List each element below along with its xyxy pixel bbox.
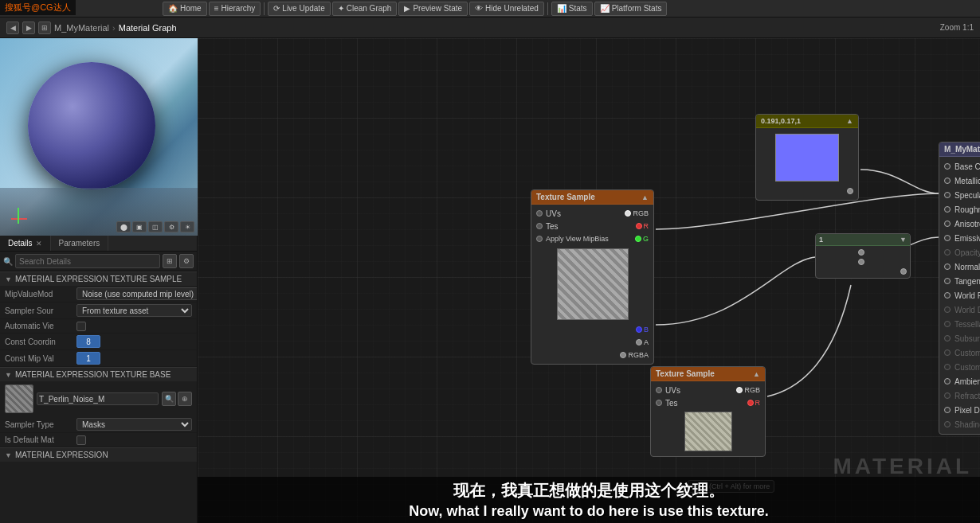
mat-label-opacity: Opacity (955, 248, 980, 257)
mat-dot-subsurface[interactable] (944, 335, 951, 342)
ts1-pin-tex-in[interactable] (536, 223, 543, 229)
preview-area[interactable]: ⬤ ▣ ◫ ⚙ ☀ (0, 38, 198, 236)
tab-details[interactable]: Details ✕ (0, 236, 51, 251)
view-options-icon[interactable]: ⊞ (163, 254, 177, 268)
multiply-pin-out[interactable] (900, 268, 907, 275)
texture-find-icon[interactable]: ⊕ (178, 392, 192, 406)
ts1-rgba-label: RGBA (628, 351, 649, 359)
toolbar-preview-state[interactable]: ▶ Preview State (398, 2, 468, 16)
ts1-pin-b-out[interactable] (636, 326, 642, 333)
mat-dot-specular[interactable] (944, 192, 951, 198)
preview-icon-lighting[interactable]: ☀ (180, 221, 194, 232)
texture-sample-2-collapse[interactable]: ▲ (753, 370, 760, 378)
toolbar-live-update[interactable]: ⟳ Live Update (268, 2, 330, 16)
mat-dot-ao[interactable] (944, 378, 951, 384)
ts1-pin-rgb-out[interactable] (625, 210, 631, 217)
texture-row: 🔍 ⊕ (0, 381, 197, 416)
ts1-row-a: A (531, 336, 653, 349)
prop-mip-dropdown[interactable]: Noise (use computed mip level) (76, 287, 197, 300)
section-material-expression[interactable]: ▼ MATERIAL EXPRESSION (0, 447, 197, 462)
prop-default-checkbox[interactable] (76, 435, 86, 445)
multiply-collapse[interactable]: ▼ (900, 236, 907, 244)
color-node-collapse[interactable]: ▲ (846, 117, 853, 125)
material-node-header: M_MyMaterial (939, 142, 980, 157)
preview-icon-sphere[interactable]: ⬤ (116, 221, 131, 232)
search-input[interactable] (15, 254, 160, 268)
multiply-node-header: 1 ▼ (816, 234, 910, 246)
grid-icon[interactable]: ⊞ (38, 21, 51, 34)
color-output-pin[interactable] (847, 188, 853, 194)
preview-background: ⬤ ▣ ◫ ⚙ ☀ (0, 38, 198, 236)
mat-dot-emissive[interactable] (944, 235, 951, 241)
toolbar-hide-unrelated[interactable]: 👁 Hide Unrelated (469, 2, 544, 16)
zoom-label: Zoom 1:1 (940, 23, 974, 32)
multiply-pin-in-1[interactable] (858, 249, 864, 256)
mat-label-normal: Normal (955, 263, 980, 271)
ts2-pin-tes-in[interactable] (656, 400, 662, 406)
mat-dot-pdo[interactable] (944, 407, 951, 413)
prop-sampler-dropdown[interactable]: From texture asset (76, 304, 192, 317)
mat-pin-shading: Shading Model (939, 417, 980, 431)
prop-mip-val-input[interactable] (76, 352, 100, 365)
mat-dot-base-color[interactable] (944, 163, 951, 170)
mat-dot-custom0[interactable] (944, 349, 951, 356)
mat-dot-wd[interactable] (944, 306, 951, 313)
tab-details-close[interactable]: ✕ (36, 240, 42, 248)
section-texture-base[interactable]: ▼ MATERIAL EXPRESSION TEXTURE BASE (0, 367, 197, 381)
mat-dot-tangent[interactable] (944, 278, 951, 284)
preview-icon-plane[interactable]: ▣ (132, 221, 147, 232)
section-texture-sample[interactable]: ▼ MATERIAL EXPRESSION TEXTURE SAMPLE (0, 271, 197, 286)
ts1-pin-r-out[interactable] (636, 223, 642, 229)
mat-dot-refraction[interactable] (944, 392, 951, 399)
multiply-node[interactable]: 1 ▼ (815, 233, 911, 279)
mat-dot-tessellation[interactable] (944, 321, 951, 327)
texture-name-input[interactable] (37, 392, 159, 405)
nav-forward[interactable]: ▶ (22, 21, 35, 34)
mat-label-ao: Ambient Occlusion (955, 377, 980, 386)
mat-dot-shading[interactable] (944, 421, 951, 427)
mat-dot-custom1[interactable] (944, 364, 951, 370)
ts1-pin-uvs-in[interactable] (536, 210, 543, 217)
ts2-pin-rgb-out[interactable] (736, 387, 743, 393)
mat-dot-anisotropy[interactable] (944, 221, 951, 227)
prop-auto-checkbox[interactable] (76, 322, 86, 331)
settings-icon[interactable]: ⚙ (179, 254, 194, 268)
mat-dot-wpo[interactable] (944, 292, 951, 299)
multiply-pin-in-2[interactable] (858, 259, 864, 265)
texture-sample-node-1[interactable]: Texture Sample ▲ UVs RGB Tes R (531, 189, 654, 365)
toolbar-clean-graph[interactable]: ✦ Clean Graph (332, 2, 398, 16)
preview-icon-cylinder[interactable]: ◫ (148, 221, 163, 232)
mat-pin-pdo: Pixel Depth Offset (939, 403, 980, 417)
ts2-pin-r-out[interactable] (747, 400, 754, 406)
subtitle-en: Now, what I really want to do here is us… (198, 503, 980, 520)
mat-dot-opacity[interactable] (944, 249, 951, 256)
texture-sample-node-2[interactable]: Texture Sample ▲ UVs RGB Tes R (650, 366, 766, 457)
graph-area[interactable]: 0.191,0.17,1 ▲ Texture Sample ▲ UVs (198, 38, 980, 523)
preview-icon-settings[interactable]: ⚙ (164, 221, 178, 232)
prop-coord-input[interactable] (76, 335, 100, 348)
toolbar-stats[interactable]: 📊 Stats (551, 2, 593, 16)
tab-parameters[interactable]: Parameters (51, 236, 109, 251)
toolbar-platform-stats[interactable]: 📈 Platform Stats (594, 2, 668, 16)
main-layout: ⬤ ▣ ◫ ⚙ ☀ Details ✕ Parameters (0, 38, 980, 523)
color-node-title: 0.191,0.17,1 (761, 117, 801, 125)
toolbar-home[interactable]: 🏠 Home (163, 2, 207, 16)
ts1-pin-a-out[interactable] (636, 339, 642, 345)
ts2-pin-uvs-in[interactable] (656, 387, 662, 393)
texture-browse-icon[interactable]: 🔍 (162, 392, 176, 406)
ts1-pin-mip-in[interactable] (536, 236, 543, 242)
prop-default-label: Is Default Mat (5, 435, 76, 444)
ts1-pin-g-out[interactable] (635, 236, 641, 242)
ts1-row-rgba: RGBA (531, 349, 653, 361)
mat-dot-roughness[interactable] (944, 206, 951, 213)
texture-sample-1-collapse[interactable]: ▲ (641, 193, 649, 201)
mat-dot-normal[interactable] (944, 263, 951, 270)
color-node[interactable]: 0.191,0.17,1 ▲ (755, 114, 859, 201)
mat-label-pdo: Pixel Depth Offset (955, 406, 980, 415)
prop-sampler-type-dropdown[interactable]: Masks (76, 418, 192, 431)
nav-back[interactable]: ◀ (6, 21, 19, 34)
mat-dot-metallic[interactable] (944, 178, 951, 184)
material-node[interactable]: M_MyMaterial Base Color Metallic Specula… (939, 142, 980, 435)
toolbar-hierarchy[interactable]: ≡ Hierarchy (209, 2, 261, 16)
ts1-pin-rgba-out[interactable] (620, 352, 626, 358)
